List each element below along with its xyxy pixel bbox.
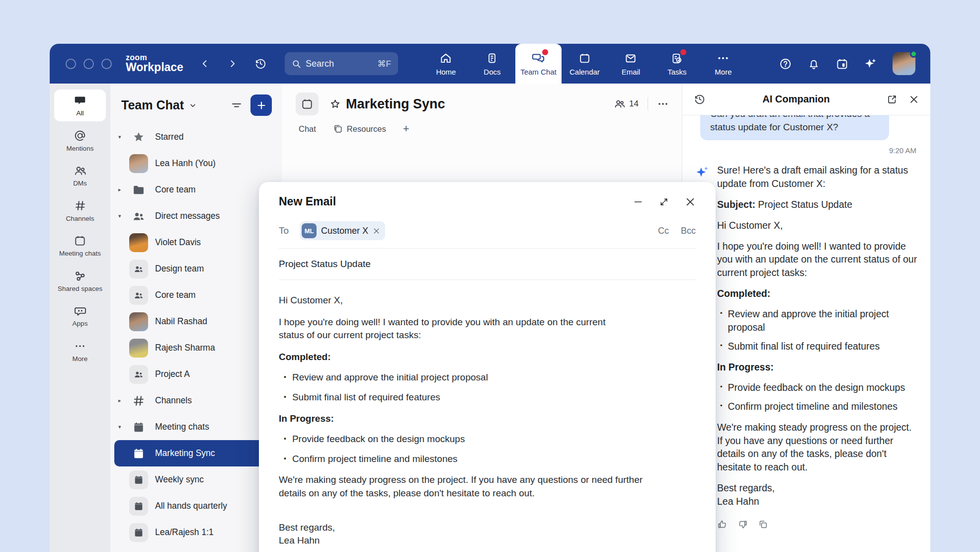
rail-label-shared-spaces: Shared spaces — [58, 285, 102, 293]
tab-docs-label: Docs — [484, 68, 500, 76]
ai-bullet-item: •Confirm project timeline and milestones — [720, 400, 917, 413]
tab-more-label: More — [715, 68, 732, 76]
calendar-date-icon[interactable] — [835, 57, 849, 71]
rail-item-meeting-chats[interactable]: Meeting chats — [54, 230, 106, 262]
tab-calendar[interactable]: Calendar — [562, 44, 608, 84]
search-shortcut: ⌘F — [378, 59, 391, 69]
tab-more[interactable]: More — [700, 44, 746, 84]
minimize-icon[interactable] — [633, 197, 643, 207]
calendar-icon — [129, 523, 148, 542]
channel-calendar-icon — [296, 92, 319, 115]
ai-companion-sparkle-icon[interactable] — [864, 57, 878, 71]
list-item-starred[interactable]: ▾ Starred — [114, 124, 278, 150]
open-in-new-icon[interactable] — [887, 94, 898, 105]
back-arrow-icon[interactable] — [200, 59, 210, 69]
to-label: To — [279, 225, 289, 236]
rail-item-mentions[interactable]: Mentions — [54, 125, 106, 157]
tab-team-chat[interactable]: Team Chat — [515, 44, 562, 84]
list-item-lea-rajesh[interactable]: Lea/Rajesh 1:1 — [114, 519, 278, 546]
tab-team-chat-label: Team Chat — [520, 68, 557, 76]
channel-more-icon[interactable] — [657, 98, 669, 110]
team-chat-title[interactable]: Team Chat — [121, 98, 197, 112]
cc-button[interactable]: Cc — [658, 226, 669, 236]
subject-input[interactable]: Project Status Update — [279, 257, 696, 272]
star-outline-icon[interactable] — [329, 98, 341, 110]
recipient-chip[interactable]: ML Customer X — [300, 221, 385, 240]
window-controls[interactable] — [66, 59, 112, 69]
thumbs-up-icon[interactable] — [717, 519, 728, 530]
recipient-avatar: ML — [302, 223, 317, 238]
ai-history-icon[interactable] — [693, 93, 706, 105]
filter-icon[interactable] — [231, 99, 243, 111]
history-icon[interactable] — [254, 57, 267, 70]
user-avatar[interactable] — [893, 52, 915, 75]
collapse-caret-icon[interactable]: ▾ — [118, 134, 129, 140]
notifications-bell-icon[interactable] — [807, 57, 820, 71]
main-nav-tabs: Home Docs Team Chat Calendar Email Tasks — [423, 44, 746, 84]
expand-caret-icon[interactable]: ▸ — [118, 186, 129, 193]
window-maximize-button[interactable] — [101, 59, 112, 69]
members-icon — [614, 98, 626, 110]
calendar-icon — [578, 51, 591, 65]
more-icon — [717, 51, 730, 65]
list-item-all-hands[interactable]: All hands quarterly — [114, 493, 278, 519]
rail-item-dms[interactable]: DMs — [54, 160, 106, 191]
rail-item-more[interactable]: More — [54, 335, 106, 367]
app-window: zoom Workplace Search ⌘F Home Docs — [50, 44, 930, 552]
tab-home[interactable]: Home — [423, 44, 469, 84]
list-item-project-a[interactable]: Project A — [114, 361, 278, 387]
ai-body-intro: I hope you're doing well! I wanted to pr… — [717, 240, 917, 280]
avatar — [129, 312, 148, 331]
rail-item-apps[interactable]: Apps — [54, 300, 106, 332]
expand-icon[interactable] — [659, 197, 669, 207]
list-item-marketing-sync[interactable]: Marketing Sync — [114, 440, 278, 466]
list-item-rajesh-sharma[interactable]: Rajesh Sharma — [114, 335, 278, 361]
rail-item-channels[interactable]: Channels — [54, 195, 106, 227]
list-item-design-team[interactable]: Design team — [114, 256, 278, 282]
group-icon — [129, 260, 148, 278]
bullet-item: •Review and approve the initial project … — [284, 371, 696, 384]
ai-conversation[interactable]: Can you draft an email that provides a s… — [682, 115, 930, 552]
add-tab-button[interactable]: + — [403, 122, 409, 135]
window-minimize-button[interactable] — [83, 59, 94, 69]
member-count[interactable]: 14 — [614, 98, 639, 110]
team-chat-icon — [531, 51, 545, 65]
body-signature: Best regards,Lea Hahn — [279, 521, 696, 548]
list-item-core-team[interactable]: Core team — [114, 282, 278, 308]
tab-chat[interactable]: Chat — [299, 124, 316, 134]
new-chat-button[interactable] — [250, 94, 272, 116]
list-item-direct-messages[interactable]: ▾ Direct messages — [114, 203, 278, 229]
search-input[interactable]: Search ⌘F — [285, 52, 398, 75]
list-item-nabil-rashad[interactable]: Nabil Rashad — [114, 308, 278, 335]
expand-caret-icon[interactable]: ▸ — [118, 397, 129, 404]
window-close-button[interactable] — [66, 59, 76, 69]
search-placeholder: Search — [306, 59, 334, 69]
list-item-lea-hanh[interactable]: Lea Hanh (You) — [114, 150, 278, 177]
rail-item-all[interactable]: All — [54, 90, 106, 121]
help-icon[interactable] — [779, 57, 792, 71]
team-chat-badge — [542, 49, 548, 55]
tab-resources[interactable]: Resources — [333, 124, 386, 134]
list-item-channels[interactable]: ▸ Channels — [114, 387, 278, 414]
list-item-meeting-chats[interactable]: ▾ Meeting chats — [114, 414, 278, 440]
tab-tasks[interactable]: Tasks — [654, 44, 700, 84]
copy-icon[interactable] — [758, 519, 768, 530]
collapse-caret-icon[interactable]: ▾ — [118, 213, 129, 219]
tab-email[interactable]: Email — [608, 44, 654, 84]
forward-arrow-icon[interactable] — [227, 59, 237, 69]
remove-recipient-icon[interactable] — [373, 227, 380, 235]
ai-close-icon[interactable] — [908, 94, 919, 105]
email-body-editor[interactable]: Hi Customer X, I hope you're doing well!… — [279, 294, 696, 548]
thumbs-down-icon[interactable] — [737, 519, 748, 530]
ai-closing: We're making steady progress on the proj… — [717, 421, 917, 474]
list-item-core-team-folder[interactable]: ▸ Core team — [114, 177, 278, 203]
list-item-weekly-sync[interactable]: Weekly sync — [114, 466, 278, 493]
bcc-button[interactable]: Bcc — [681, 226, 696, 236]
close-icon[interactable] — [685, 196, 696, 207]
tab-docs[interactable]: Docs — [469, 44, 515, 84]
list-item-violet-davis[interactable]: Violet Davis — [114, 229, 278, 256]
collapse-caret-icon[interactable]: ▾ — [118, 424, 129, 430]
tab-calendar-label: Calendar — [570, 68, 600, 76]
folder-icon — [129, 181, 148, 199]
rail-item-shared-spaces[interactable]: Shared spaces — [54, 265, 106, 297]
